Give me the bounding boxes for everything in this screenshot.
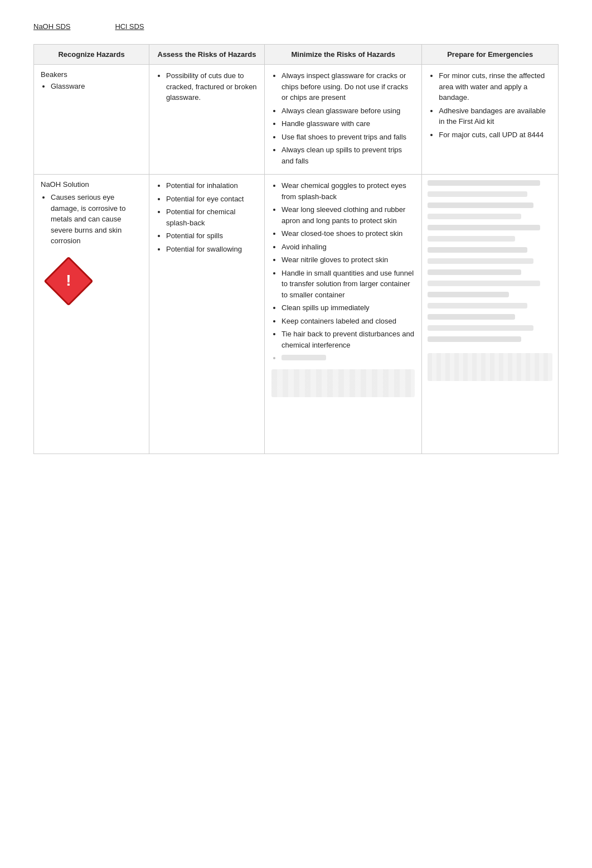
list-item: Handle glassware with care bbox=[282, 118, 415, 129]
hazard-symbol: ! bbox=[41, 253, 96, 309]
row1-col3: Always inspect glassware for cracks or c… bbox=[265, 65, 422, 175]
list-item: Keep containers labeled and closed bbox=[282, 316, 415, 327]
list-item: Always clean glassware before using bbox=[282, 105, 415, 117]
header-col1: Recognize Hazards bbox=[34, 45, 149, 65]
list-item: Adhesive bandages are available in the F… bbox=[439, 105, 551, 127]
table-row: NaOH Solution Causes serious eye damage,… bbox=[34, 175, 559, 454]
list-item: Possibility of cuts due to cracked, frac… bbox=[166, 70, 258, 103]
svg-text:!: ! bbox=[66, 272, 71, 289]
list-item: Use flat shoes to prevent trips and fall… bbox=[282, 132, 415, 143]
list-item: Wear chemical goggles to protect eyes fr… bbox=[282, 180, 415, 202]
list-item: Clean spills up immediately bbox=[282, 302, 415, 314]
row1-col1: Beakers Glassware bbox=[34, 65, 149, 175]
list-item: Avoid inhaling bbox=[282, 242, 415, 253]
naoh-link[interactable]: NaOH SDS bbox=[33, 22, 70, 31]
header-col2: Assess the Risks of Hazards bbox=[149, 45, 265, 65]
list-item: Causes serious eye damage, is corrosive … bbox=[51, 192, 142, 247]
list-item: Always inspect glassware for cracks or c… bbox=[282, 70, 415, 103]
row2-col4 bbox=[422, 175, 559, 454]
list-item: Wear closed-toe shoes to protect skin bbox=[282, 228, 415, 239]
list-item: Glassware bbox=[51, 81, 142, 92]
row1-col2: Possibility of cuts due to cracked, frac… bbox=[149, 65, 265, 175]
row2-col2: Potential for inhalation Potential for e… bbox=[149, 175, 265, 454]
hazard-table: Recognize Hazards Assess the Risks of Ha… bbox=[33, 44, 559, 454]
list-item: Tie hair back to prevent disturbances an… bbox=[282, 329, 415, 350]
header-col4: Prepare for Emergencies bbox=[422, 45, 559, 65]
hcl-link[interactable]: HCl SDS bbox=[115, 22, 144, 31]
list-item: For minor cuts, rinse the affected area … bbox=[439, 70, 551, 103]
row1-col4: For minor cuts, rinse the affected area … bbox=[422, 65, 559, 175]
header-col3: Minimize the Risks of Hazards bbox=[265, 45, 422, 65]
list-item: Wear long sleeved clothing and rubber ap… bbox=[282, 204, 415, 226]
list-item: For major cuts, call UPD at 8444 bbox=[439, 129, 551, 141]
row2-col1: NaOH Solution Causes serious eye damage,… bbox=[34, 175, 149, 454]
row2-col3: Wear chemical goggles to protect eyes fr… bbox=[265, 175, 422, 454]
list-item: Potential for eye contact bbox=[166, 194, 258, 205]
top-links: NaOH SDS HCl SDS bbox=[33, 22, 559, 31]
list-item: Potential for chemical splash-back bbox=[166, 206, 258, 228]
blurred-image bbox=[271, 369, 415, 397]
list-item: Always clean up spills to prevent trips … bbox=[282, 144, 415, 166]
list-item: Potential for spills bbox=[166, 230, 258, 242]
hazard-title: Beakers bbox=[41, 70, 142, 79]
blurred-content bbox=[422, 175, 558, 454]
list-item: Handle in small quantities and use funne… bbox=[282, 268, 415, 301]
hazard-title: NaOH Solution bbox=[41, 180, 142, 189]
table-row: Beakers Glassware Possibility of cuts du… bbox=[34, 65, 559, 175]
list-item: Potential for swallowing bbox=[166, 244, 258, 255]
list-item bbox=[282, 353, 415, 364]
list-item: Wear nitrile gloves to protect skin bbox=[282, 254, 415, 266]
list-item: Potential for inhalation bbox=[166, 180, 258, 191]
